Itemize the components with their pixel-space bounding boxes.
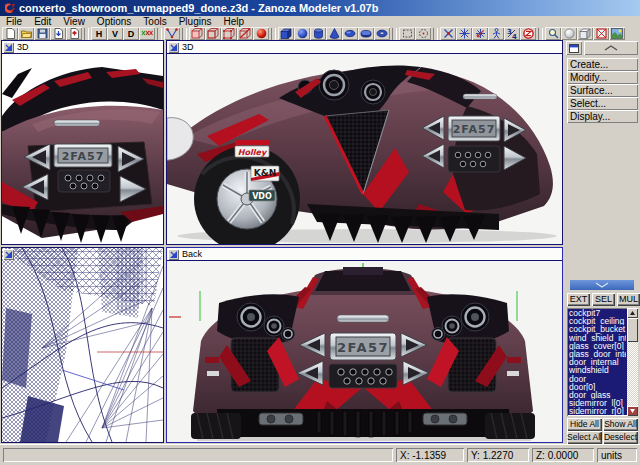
viewport-render-area[interactable]: Holley K&N VDO 2FA57 (167, 54, 562, 244)
primitive-sphere-button[interactable] (294, 27, 310, 40)
scroll-thumb[interactable] (627, 318, 638, 342)
viewport-menu-button[interactable] (3, 42, 14, 53)
viewport-render-area[interactable]: 2FA57 (167, 261, 562, 442)
modify-rollout-button[interactable]: Modify... (567, 71, 638, 84)
scroll-down-button[interactable] (627, 406, 638, 416)
coordinate-x-field: X: -1.1359 (396, 448, 464, 462)
license-plate: 2FA57 (54, 144, 112, 167)
parts-list-item[interactable]: cockpit_ceiling (569, 317, 626, 325)
parts-list-item[interactable]: door_glass (569, 391, 626, 399)
viewport-menu-button[interactable] (168, 42, 179, 53)
primitive-cube-button[interactable] (278, 27, 294, 40)
title-bar[interactable]: conxerto_showroom_uvmapped9_done.z3d - Z… (0, 0, 640, 16)
viewport-bottom-right[interactable]: Back (166, 247, 563, 443)
viewport-titlebar: Back (167, 248, 562, 261)
parts-list-item[interactable]: windshield (569, 366, 626, 374)
car-badge (337, 315, 389, 322)
select-circle-button[interactable] (415, 27, 431, 40)
primitive-torus-button[interactable] (374, 27, 390, 40)
viewport-bottom-left[interactable] (1, 247, 164, 443)
menu-item-plugins[interactable]: Plugins (173, 16, 218, 27)
save-file-button[interactable] (34, 27, 50, 40)
parts-list-item[interactable]: glass_door_intern (569, 350, 626, 358)
create-rollout-button[interactable]: Create... (567, 58, 638, 71)
status-message-area (3, 448, 393, 462)
hide-parts-cube-button[interactable] (237, 27, 253, 40)
select-faces-cube-icon (191, 28, 203, 39)
viewport-render-area[interactable] (2, 248, 163, 442)
import-file-button[interactable] (50, 27, 66, 40)
material-editor-button[interactable] (593, 27, 609, 40)
parts-list-item[interactable]: cockpit7 (569, 309, 626, 317)
deselect-button[interactable]: Deselect (603, 431, 638, 444)
parts-list-item[interactable]: cockpit_bucket (569, 325, 626, 333)
primitive-cone-button[interactable] (326, 27, 342, 40)
parts-list-item[interactable]: sidemirror_r[0] (569, 407, 626, 415)
vertex-mode-button[interactable] (164, 27, 180, 40)
panel-collapse-bar[interactable] (570, 280, 634, 290)
zmodeler-logo-button[interactable] (520, 27, 536, 40)
hide-all-button[interactable]: Hide All (567, 418, 602, 431)
layout-horizontal-button[interactable]: H (91, 27, 107, 40)
weld-tool-button[interactable] (440, 27, 456, 40)
open-folder-button[interactable] (18, 27, 34, 40)
layout-dual-button[interactable]: D (123, 27, 139, 40)
render-sphere-button[interactable] (561, 27, 577, 40)
zoom-tool-button[interactable] (545, 27, 561, 40)
mul-mode-button[interactable]: MUL (617, 293, 640, 306)
vertices-tool-button[interactable] (456, 27, 472, 40)
parts-list-item[interactable]: door (569, 375, 626, 383)
parts-list-item[interactable]: door_internal (569, 358, 626, 366)
surface-rollout-button[interactable]: Surface... (567, 84, 638, 97)
car-render-closeup: 2FA57 (2, 54, 163, 244)
scroll-up-button[interactable] (627, 308, 638, 318)
select-polys-cube-button[interactable] (221, 27, 237, 40)
render-cube-button[interactable] (577, 27, 593, 40)
parts-list-scrollbar[interactable] (627, 308, 638, 416)
parts-list-item[interactable]: glass_cover[0] (569, 342, 626, 350)
layout-vertical-button[interactable]: V (107, 27, 123, 40)
menu-item-view[interactable]: View (57, 16, 91, 27)
panel-collapse-up-button[interactable] (584, 41, 638, 55)
primitive-disc-button[interactable] (358, 27, 374, 40)
panel-window-button[interactable] (566, 41, 582, 55)
menu-item-tools[interactable]: Tools (137, 16, 172, 27)
hide-parts-cube-icon (239, 28, 251, 39)
select-all-button[interactable]: Select All (567, 431, 602, 444)
right-panel: Create... Modify... Surface... Select...… (565, 40, 640, 444)
select-rollout-button[interactable]: Select... (567, 97, 638, 110)
main-toolbar: H V D 34 (0, 27, 640, 40)
sel-mode-button[interactable]: SEL (592, 293, 615, 306)
render-cube-icon (579, 28, 591, 39)
menu-item-edit[interactable]: Edit (28, 16, 57, 27)
viewport-menu-button[interactable] (3, 249, 14, 260)
export-file-button[interactable] (66, 27, 82, 40)
material-sphere-button[interactable] (253, 27, 269, 40)
menu-item-options[interactable]: Options (91, 16, 137, 27)
display-rollout-button[interactable]: Display... (567, 110, 638, 123)
new-file-button[interactable] (2, 27, 18, 40)
ext-mode-button[interactable]: EXT (567, 293, 590, 306)
parts-list-item[interactable]: sidemirror_l[0] (569, 399, 626, 407)
car-render-three-quarter: Holley K&N VDO 2FA57 (167, 54, 562, 244)
bones-tool-button[interactable] (488, 27, 504, 40)
extrude-tool-button[interactable] (472, 27, 488, 40)
axes-toggle-button[interactable] (139, 27, 155, 40)
viewport-render-area[interactable]: 2FA57 (2, 54, 163, 244)
parts-list-item[interactable]: wind_shield_intern (569, 334, 626, 342)
select-faces-cube-button[interactable] (189, 27, 205, 40)
viewport-top-right[interactable]: 3D (166, 40, 563, 245)
primitive-ellipse-button[interactable] (342, 27, 358, 40)
menu-item-file[interactable]: File (0, 16, 28, 27)
primitive-cylinder-button[interactable] (310, 27, 326, 40)
viewport-top-left[interactable]: 3D (1, 40, 164, 245)
select-edges-cube-button[interactable] (205, 27, 221, 40)
toolbar-separator (271, 28, 276, 40)
select-rectangle-button[interactable] (399, 27, 415, 40)
parts-list-item[interactable]: door[0] (569, 383, 626, 391)
menu-item-help[interactable]: Help (218, 16, 251, 27)
show-all-button[interactable]: Show All (603, 418, 638, 431)
uv-mapper-button[interactable]: 34 (504, 27, 520, 40)
viewport-menu-button[interactable] (168, 249, 179, 260)
texture-browser-button[interactable] (609, 27, 625, 40)
